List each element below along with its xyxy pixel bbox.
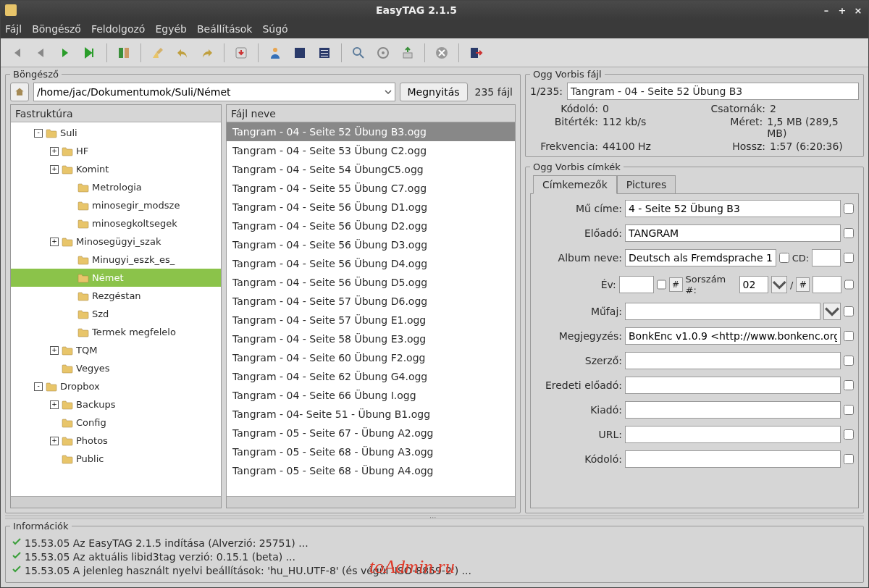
title-check[interactable] <box>844 203 854 214</box>
tab-fields[interactable]: Címkemezők <box>533 175 617 194</box>
tree-item[interactable]: Vegyes <box>11 359 221 377</box>
file-row[interactable]: Tangram - 05 - Seite 68 - Übung A4.ogg <box>227 461 515 480</box>
maximize-button[interactable]: + <box>836 5 848 16</box>
cddb-icon[interactable] <box>372 42 394 64</box>
file-row[interactable]: Tangram - 04 - Seite 52 Übung B3.ogg <box>227 122 515 141</box>
cd-input[interactable] <box>812 249 841 266</box>
expand-icon[interactable]: + <box>50 165 59 174</box>
tree-item[interactable]: Minugyi_eszk_es_ <box>11 251 221 269</box>
tree-item[interactable]: Config <box>11 413 221 432</box>
broom-icon[interactable] <box>147 42 169 64</box>
file-row[interactable]: Tangram - 04 - Seite 56 Übung D5.ogg <box>227 273 515 292</box>
next-icon[interactable] <box>54 42 76 64</box>
path-input[interactable] <box>37 86 385 98</box>
expand-icon[interactable]: + <box>50 346 59 355</box>
genre-dd-icon[interactable] <box>823 303 841 320</box>
artist-check[interactable] <box>844 228 854 238</box>
first-icon[interactable] <box>5 42 27 64</box>
tab-pictures[interactable]: Pictures <box>617 175 676 194</box>
comment-check[interactable] <box>844 331 854 341</box>
file-row[interactable]: Tangram - 04 - Seite 62 Übung G4.ogg <box>227 367 515 386</box>
menu-help[interactable]: Súgó <box>262 23 287 35</box>
menu-misc[interactable]: Egyéb <box>155 23 187 35</box>
tree-item[interactable]: +TQM <box>11 341 221 359</box>
encodedby-input[interactable] <box>625 450 841 468</box>
quit-icon[interactable] <box>465 42 487 64</box>
menu-settings[interactable]: Beállítások <box>197 23 253 35</box>
origartist-check[interactable] <box>844 380 854 390</box>
menu-file[interactable]: Fájl <box>5 23 22 35</box>
tracktotal-input[interactable] <box>813 276 841 293</box>
tree-item[interactable]: Termek megfelelo <box>11 323 221 341</box>
album-check[interactable] <box>779 253 789 263</box>
expand-icon[interactable]: + <box>50 400 59 409</box>
menu-browser[interactable]: Böngésző <box>32 23 81 35</box>
encodedby-check[interactable] <box>844 454 854 464</box>
cd-check[interactable] <box>844 253 854 263</box>
file-row[interactable]: Tangram - 04 - Seite 57 Übung D6.ogg <box>227 292 515 311</box>
tree-item[interactable]: Public <box>11 450 221 468</box>
year-input[interactable] <box>619 276 654 293</box>
file-row[interactable]: Tangram - 04 - Seite 56 Übung D3.ogg <box>227 235 515 254</box>
tree-item[interactable]: minosegkoltsegek <box>11 214 221 232</box>
url-input[interactable] <box>625 426 841 443</box>
genre-check[interactable] <box>844 306 854 316</box>
year-check[interactable] <box>657 280 666 290</box>
undo-icon[interactable] <box>172 42 193 64</box>
expand-icon[interactable]: + <box>50 238 59 246</box>
path-combo[interactable] <box>33 83 395 101</box>
prev-icon[interactable] <box>30 42 51 64</box>
publisher-check[interactable] <box>844 405 854 415</box>
tree-item[interactable]: +HF <box>11 142 221 160</box>
redo-icon[interactable] <box>196 42 218 64</box>
tree-item[interactable]: +Minosegügyi_szak <box>11 232 221 251</box>
expand-icon[interactable]: + <box>50 147 59 156</box>
tree-item[interactable]: -Suli <box>11 124 221 142</box>
composer-check[interactable] <box>844 356 854 366</box>
file-row[interactable]: Tangram - 04 - Seite 56 Übung D2.ogg <box>227 217 515 235</box>
tree-item[interactable]: -Dropbox <box>11 377 221 395</box>
file-row[interactable]: Tangram - 04 - Seite 60 Übung F2.ogg <box>227 348 515 367</box>
file-row[interactable]: Tangram - 04 - Seite 54 ÜbungC5.ogg <box>227 160 515 179</box>
publisher-input[interactable] <box>625 401 841 419</box>
last-icon[interactable] <box>79 42 101 64</box>
chevron-down-icon[interactable] <box>385 87 392 98</box>
filename-field[interactable]: Tangram - 04 - Seite 52 Übung B3 <box>571 85 855 97</box>
browse-list-icon[interactable] <box>314 42 335 64</box>
origartist-input[interactable] <box>625 377 841 394</box>
menu-process[interactable]: Feldolgozó <box>91 23 146 35</box>
title-input[interactable] <box>625 200 841 217</box>
files-hscroll[interactable] <box>227 496 515 508</box>
expand-icon[interactable]: - <box>34 382 43 391</box>
file-row[interactable]: Tangram - 04 - Seite 58 Übung E3.ogg <box>227 329 515 348</box>
search-icon[interactable] <box>348 42 369 64</box>
minimize-button[interactable]: – <box>820 5 832 16</box>
file-row[interactable]: Tangram - 04 - Seite 56 Übung D1.ogg <box>227 198 515 217</box>
artist-input[interactable] <box>625 224 841 242</box>
tree-item[interactable]: minosegir_modsze <box>11 196 221 214</box>
file-row[interactable]: Tangram - 04 - Seite 55 Übung C7.ogg <box>227 179 515 198</box>
file-row[interactable]: Tangram - 04 - Seite 57 Übung E1.ogg <box>227 311 515 329</box>
hash-icon[interactable]: # <box>669 277 683 292</box>
open-button[interactable]: Megnyitás <box>400 83 468 101</box>
tree-item[interactable]: Szd <box>11 305 221 323</box>
tree-item[interactable]: Metrologia <box>11 178 221 196</box>
tree-item[interactable]: +Photos <box>11 432 221 450</box>
tree-item[interactable]: +Backups <box>11 395 221 413</box>
file-row[interactable]: Tangram - 04 - Seite 53 Übung C2.ogg <box>227 141 515 160</box>
track-check[interactable] <box>844 280 854 290</box>
tree-hscroll[interactable] <box>11 496 221 508</box>
expand-icon[interactable]: + <box>50 437 59 445</box>
stop-icon[interactable] <box>431 42 453 64</box>
home-icon[interactable] <box>10 83 29 101</box>
drag-handle[interactable] <box>5 515 864 519</box>
save-icon[interactable] <box>230 42 252 64</box>
album-input[interactable] <box>625 249 776 266</box>
total-icon[interactable]: # <box>796 277 810 292</box>
genre-input[interactable] <box>625 303 820 320</box>
tree-item[interactable]: Német <box>11 269 221 287</box>
browse-tree-icon[interactable] <box>289 42 311 64</box>
playlist-icon[interactable] <box>397 42 419 64</box>
file-row[interactable]: Tangram - 04 - Seite 56 Übung D4.ogg <box>227 254 515 273</box>
tree-item[interactable]: +Komint <box>11 160 221 178</box>
